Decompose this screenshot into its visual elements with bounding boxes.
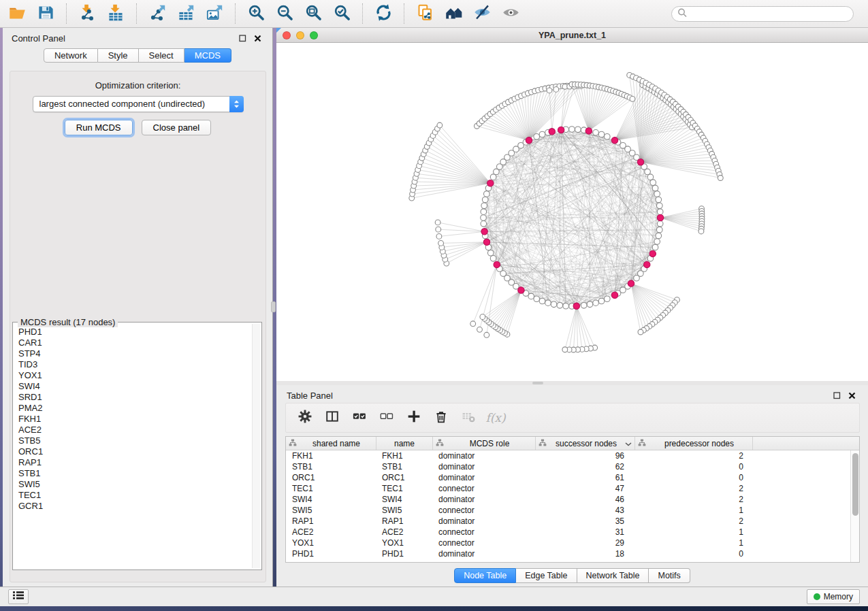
network-node[interactable] bbox=[656, 203, 662, 209]
network-node[interactable] bbox=[645, 169, 651, 175]
memory-button[interactable]: Memory bbox=[807, 589, 860, 604]
network-node[interactable] bbox=[436, 234, 442, 240]
export-image-button[interactable] bbox=[200, 1, 229, 26]
cell-MCDS-role[interactable]: dominator bbox=[433, 461, 536, 472]
mcds-node-item[interactable]: ACE2 bbox=[18, 425, 251, 435]
zoom-out-button[interactable] bbox=[270, 1, 299, 26]
network-node[interactable] bbox=[436, 227, 441, 232]
network-node[interactable] bbox=[593, 300, 599, 306]
cell-predecessor-nodes[interactable]: 2 bbox=[635, 450, 753, 461]
network-node[interactable] bbox=[654, 239, 660, 245]
table-scrollbar-thumb[interactable] bbox=[852, 453, 858, 516]
network-node[interactable] bbox=[528, 293, 534, 299]
network-node[interactable] bbox=[562, 347, 568, 352]
table-row[interactable]: FKH1FKH1dominator962 bbox=[286, 450, 859, 461]
mcds-hub-node[interactable] bbox=[549, 129, 555, 135]
network-node[interactable] bbox=[654, 191, 660, 197]
cell-shared-name[interactable]: YOX1 bbox=[286, 538, 376, 548]
add-row-button[interactable] bbox=[402, 406, 426, 430]
show-all-button[interactable] bbox=[496, 1, 525, 26]
mcds-hub-node[interactable] bbox=[649, 250, 656, 257]
cell-MCDS-role[interactable]: dominator bbox=[433, 494, 536, 505]
network-node[interactable] bbox=[481, 203, 487, 209]
tab-mcds[interactable]: MCDS bbox=[184, 48, 231, 63]
zoom-selected-button[interactable] bbox=[327, 1, 356, 26]
network-node[interactable] bbox=[657, 209, 663, 215]
mcds-hub-node[interactable] bbox=[481, 229, 487, 235]
cell-shared-name[interactable]: RAP1 bbox=[286, 516, 376, 527]
hide-selected-button[interactable] bbox=[468, 1, 496, 26]
network-node[interactable] bbox=[437, 122, 443, 128]
mcds-node-item[interactable]: STP4 bbox=[18, 348, 251, 359]
cell-name[interactable]: SWI4 bbox=[376, 494, 433, 505]
mcds-node-item[interactable]: FKH1 bbox=[18, 414, 251, 425]
settings-button[interactable] bbox=[293, 406, 317, 430]
cell-name[interactable]: YOX1 bbox=[376, 538, 433, 548]
network-node[interactable] bbox=[534, 296, 540, 302]
close-panel-button[interactable]: Close panel bbox=[142, 120, 212, 135]
cell-shared-name[interactable]: SWI5 bbox=[286, 505, 376, 516]
network-node[interactable] bbox=[656, 197, 662, 203]
network-node[interactable] bbox=[553, 87, 559, 93]
network-node[interactable] bbox=[598, 131, 605, 137]
mcds-hub-node[interactable] bbox=[637, 159, 643, 165]
duplicate-network-button[interactable] bbox=[411, 1, 439, 26]
cell-shared-name[interactable]: ORC1 bbox=[286, 472, 376, 483]
network-node[interactable] bbox=[598, 298, 605, 304]
network-node[interactable] bbox=[484, 332, 489, 337]
network-overview-button[interactable] bbox=[439, 1, 468, 26]
tab-network-table[interactable]: Network Table bbox=[577, 568, 649, 583]
mcds-hub-node[interactable] bbox=[657, 214, 663, 220]
cell-name[interactable]: SWI5 bbox=[376, 505, 433, 516]
mcds-node-item[interactable]: PHD1 bbox=[18, 327, 251, 337]
mcds-hub-node[interactable] bbox=[628, 280, 634, 286]
network-node[interactable] bbox=[563, 303, 569, 309]
export-table-button[interactable] bbox=[172, 1, 200, 26]
close-window-icon[interactable] bbox=[283, 31, 291, 39]
mcds-hub-node[interactable] bbox=[487, 180, 494, 186]
cell-name[interactable]: FKH1 bbox=[376, 450, 433, 461]
column-header-name[interactable]: name bbox=[376, 437, 433, 450]
mcds-hub-node[interactable] bbox=[611, 137, 617, 144]
cell-predecessor-nodes[interactable]: 2 bbox=[635, 483, 753, 494]
network-node[interactable] bbox=[534, 133, 540, 139]
cell-successor-nodes[interactable]: 31 bbox=[536, 527, 635, 538]
network-canvas[interactable] bbox=[276, 43, 868, 381]
tab-node-table[interactable]: Node Table bbox=[454, 568, 516, 583]
tab-style[interactable]: Style bbox=[98, 48, 139, 63]
cell-predecessor-nodes[interactable]: 0 bbox=[635, 548, 753, 559]
mcds-hub-node[interactable] bbox=[518, 287, 524, 293]
zoom-in-button[interactable] bbox=[242, 1, 270, 26]
cell-predecessor-nodes[interactable]: 1 bbox=[635, 527, 753, 538]
network-node[interactable] bbox=[545, 300, 551, 306]
tab-edge-table[interactable]: Edge Table bbox=[516, 568, 577, 583]
table-row[interactable]: YOX1YOX1connector291 bbox=[286, 538, 859, 548]
mcds-node-item[interactable]: ORC1 bbox=[18, 446, 251, 457]
mcds-node-item[interactable]: TEC1 bbox=[18, 490, 251, 501]
cell-name[interactable]: ACE2 bbox=[376, 527, 433, 538]
export-network-button[interactable] bbox=[143, 1, 172, 26]
network-node[interactable] bbox=[647, 174, 654, 180]
mcds-hub-node[interactable] bbox=[644, 261, 650, 267]
network-node[interactable] bbox=[481, 221, 487, 227]
cell-MCDS-role[interactable]: connector bbox=[433, 527, 536, 538]
network-node[interactable] bbox=[481, 215, 487, 221]
cell-MCDS-role[interactable]: dominator bbox=[433, 548, 536, 559]
table-row[interactable]: TEC1TEC1connector472 bbox=[286, 483, 859, 494]
network-node[interactable] bbox=[482, 197, 488, 203]
table-row[interactable]: STB1STB1dominator620 bbox=[286, 461, 859, 472]
cell-successor-nodes[interactable]: 43 bbox=[536, 505, 635, 516]
network-node[interactable] bbox=[604, 133, 610, 139]
network-node[interactable] bbox=[656, 233, 662, 239]
float-table-panel-icon[interactable] bbox=[831, 389, 843, 401]
column-header-predecessor-nodes[interactable]: predecessor nodes bbox=[635, 437, 753, 450]
network-node[interactable] bbox=[581, 302, 587, 308]
save-session-button[interactable] bbox=[31, 1, 60, 26]
network-node[interactable] bbox=[630, 96, 635, 101]
network-node[interactable] bbox=[487, 250, 494, 256]
network-node[interactable] bbox=[718, 176, 723, 181]
cell-shared-name[interactable]: SWI4 bbox=[286, 494, 376, 505]
cell-predecessor-nodes[interactable]: 2 bbox=[635, 494, 753, 505]
cell-shared-name[interactable]: FKH1 bbox=[286, 450, 376, 461]
network-node[interactable] bbox=[438, 240, 444, 246]
